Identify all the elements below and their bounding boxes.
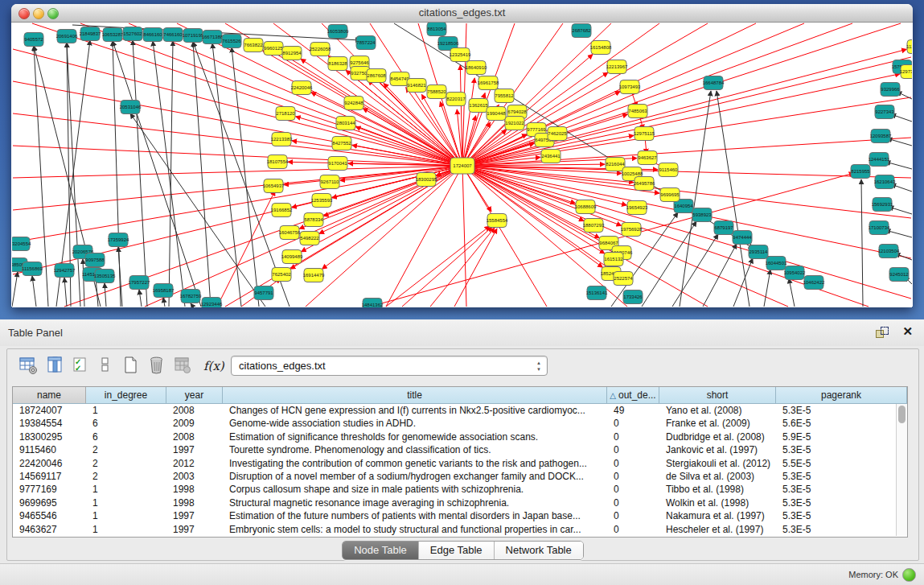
citation-edge[interactable]: [462, 166, 602, 267]
graph-node[interactable]: 12942757: [54, 264, 76, 278]
graph-node[interactable]: 16961758: [478, 76, 499, 90]
graph-node[interactable]: 10688609: [575, 200, 597, 214]
graph-node[interactable]: 12325419: [450, 48, 471, 62]
citation-edge[interactable]: [789, 278, 795, 307]
graph-node[interactable]: 10654937: [263, 179, 285, 193]
graph-node[interactable]: 16210643: [874, 175, 896, 189]
citation-edge[interactable]: [887, 138, 912, 146]
graph-node[interactable]: 12444151: [869, 153, 890, 167]
graph-node[interactable]: 16046756: [279, 226, 301, 240]
graph-node[interactable]: 7466160: [163, 28, 183, 42]
graph-node[interactable]: 8216044: [606, 158, 625, 171]
citation-edge[interactable]: [462, 166, 708, 307]
graph-node[interactable]: 12973141: [900, 65, 912, 79]
graph-node[interactable]: 18807293: [583, 219, 605, 233]
citation-edge[interactable]: [32, 276, 36, 307]
citation-edge[interactable]: [212, 43, 241, 307]
table-row[interactable]: 911546021997Tourette syndrome. Phenomeno…: [13, 443, 907, 456]
vertical-scrollbar[interactable]: [896, 404, 907, 536]
graph-node[interactable]: 9245012: [889, 268, 909, 282]
graph-node[interactable]: 15584554: [487, 214, 508, 228]
graph-node[interactable]: 16154808: [590, 41, 612, 55]
graph-node[interactable]: 8813054: [427, 23, 446, 36]
table-row[interactable]: 1872400712008Changes of HCN gene express…: [13, 404, 907, 417]
new-table-button[interactable]: [121, 356, 142, 377]
citation-edge[interactable]: [193, 42, 290, 307]
graph-node[interactable]: 2867608: [367, 69, 386, 83]
graph-node[interactable]: 10973493: [619, 80, 641, 94]
graph-node[interactable]: 7485063: [628, 105, 647, 118]
citation-edge[interactable]: [642, 221, 696, 307]
graph-node[interactable]: 7857224: [356, 36, 376, 50]
graph-node[interactable]: 16053809: [327, 25, 349, 39]
graph-node[interactable]: 25226058: [310, 43, 331, 56]
close-panel-icon[interactable]: ✕: [902, 324, 913, 339]
graph-node[interactable]: 1921022: [505, 117, 524, 130]
citation-edge[interactable]: [430, 228, 495, 307]
citation-edge[interactable]: [703, 244, 737, 307]
graph-node[interactable]: 7462025: [548, 127, 567, 141]
graph-node[interactable]: 18300295: [416, 173, 437, 187]
graph-node[interactable]: 9242848: [344, 97, 363, 110]
graph-node[interactable]: 1733426: [623, 290, 643, 304]
graph-node[interactable]: 2522574: [614, 272, 633, 286]
table-row[interactable]: 2242004622012Investigating the contribut…: [13, 457, 907, 470]
graph-node[interactable]: 18640910: [466, 61, 487, 75]
graph-node[interactable]: 12213383: [271, 133, 293, 146]
graph-node[interactable]: 9097588: [85, 253, 105, 267]
memory-ok-indicator-icon[interactable]: [902, 568, 916, 582]
graph-node[interactable]: 11156869: [22, 262, 43, 276]
graph-node[interactable]: 9329966: [881, 83, 900, 97]
graph-node[interactable]: 13505135: [94, 270, 116, 283]
graph-node[interactable]: 17359924: [108, 233, 129, 247]
graph-node[interactable]: 9146821: [407, 79, 426, 93]
graph-node[interactable]: 17100734: [869, 221, 890, 235]
citation-edge[interactable]: [332, 166, 462, 198]
network-canvas[interactable]: 9405572206914062184983710653287152760284…: [12, 23, 912, 307]
graph-node[interactable]: 7663822: [244, 39, 263, 52]
graph-node[interactable]: 8466160: [143, 28, 162, 42]
graph-node[interactable]: 16914479: [303, 269, 325, 282]
citation-edge[interactable]: [454, 229, 497, 307]
graph-node[interactable]: 12535593: [311, 194, 333, 208]
citation-edge[interactable]: [12, 272, 18, 307]
column-header-out_de[interactable]: △out_de...: [607, 387, 659, 404]
graph-node[interactable]: 1990448: [487, 107, 506, 121]
graph-node[interactable]: 12213967: [606, 60, 628, 74]
graph-node[interactable]: 12093587: [870, 130, 892, 143]
graph-node[interactable]: 8220317: [446, 93, 466, 106]
citation-edge[interactable]: [672, 234, 718, 307]
import-table-button-disabled[interactable]: [173, 356, 194, 377]
graph-node[interactable]: 11154808: [906, 40, 912, 54]
graph-node[interactable]: 2436441: [541, 150, 561, 163]
graph-node[interactable]: 16671388: [202, 31, 224, 44]
graph-node[interactable]: 16782759: [180, 290, 202, 303]
citation-edge[interactable]: [386, 166, 462, 307]
graph-node[interactable]: 22420046: [291, 81, 313, 95]
graph-node[interactable]: 20691406: [56, 30, 78, 43]
citation-edge[interactable]: [13, 166, 462, 210]
graph-node[interactable]: 5878334: [304, 213, 323, 227]
window-titlebar[interactable]: citations_edges.txt: [11, 4, 913, 23]
graph-node[interactable]: 9170041: [328, 157, 347, 171]
graph-node[interactable]: 19654923: [626, 201, 648, 215]
graph-node[interactable]: 5938923: [692, 208, 712, 222]
graph-node[interactable]: 12975115: [634, 127, 655, 141]
graph-node[interactable]: 10954022: [784, 266, 806, 280]
graph-node[interactable]: 16044501: [766, 257, 787, 270]
citation-edge[interactable]: [232, 47, 259, 307]
graph-node[interactable]: 7955812: [495, 89, 514, 103]
citation-edge[interactable]: [64, 278, 67, 307]
citation-edge[interactable]: [139, 290, 142, 307]
table-row[interactable]: 969969511998Structural magnetic resonanc…: [13, 496, 907, 509]
graph-node[interactable]: 7625402: [272, 268, 291, 282]
column-header-in_degree[interactable]: in_degree: [86, 387, 166, 404]
table-row[interactable]: 1456911722003Disruption of a novel membe…: [13, 470, 907, 483]
graph-node[interactable]: 1724007: [450, 158, 474, 174]
tab-network-table[interactable]: Network Table: [495, 542, 583, 559]
graph-node[interactable]: 14841362: [362, 299, 384, 308]
citation-edge[interactable]: [130, 113, 265, 307]
graph-node[interactable]: 8186328: [328, 57, 347, 71]
citation-edge[interactable]: [861, 179, 863, 307]
citation-edge[interactable]: [105, 283, 106, 307]
